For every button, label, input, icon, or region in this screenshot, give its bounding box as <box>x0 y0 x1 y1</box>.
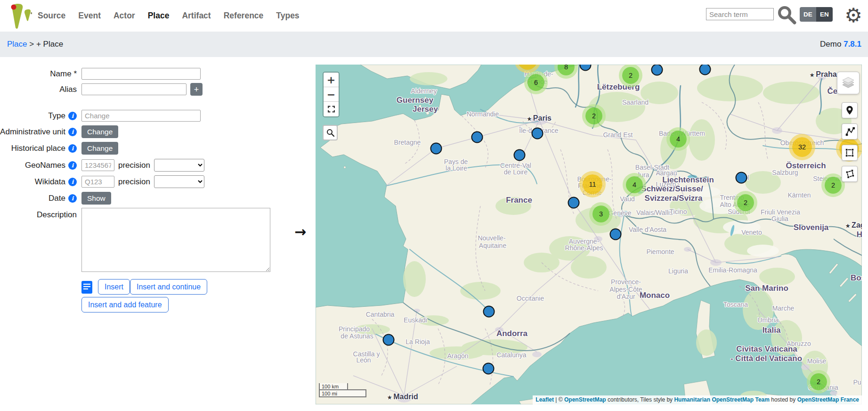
administrative-unit-change-button[interactable]: Change <box>81 125 118 138</box>
breadcrumb-place-link[interactable]: Place <box>7 40 27 49</box>
scale-mi: 100 mi <box>319 389 366 397</box>
type-info-icon[interactable]: i <box>68 112 77 120</box>
date-row: Datei Show <box>6 192 111 205</box>
map-label: Guernsey <box>397 96 433 105</box>
map-marker[interactable] <box>568 197 580 209</box>
top-navbar: SourceEventActorPlaceArtifactReferenceTy… <box>0 0 868 32</box>
map-label: Kärnten <box>787 191 811 199</box>
type-input[interactable] <box>81 110 201 122</box>
map-label: Bos <box>851 273 862 283</box>
alias-label: Alias <box>59 85 77 94</box>
nav-item-reference[interactable]: Reference <box>224 11 264 21</box>
nav-item-actor[interactable]: Actor <box>114 11 135 21</box>
breadcrumb-separator: > <box>29 40 34 49</box>
map-label: Genève <box>608 209 631 217</box>
marker-cluster[interactable]: 2 <box>810 373 827 390</box>
map-marker[interactable] <box>483 363 495 375</box>
geonames-input[interactable] <box>81 159 114 171</box>
marker-cluster[interactable]: 2 <box>825 177 842 194</box>
nav-item-event[interactable]: Event <box>78 11 101 21</box>
map-label: Umbria <box>757 316 779 324</box>
wikidata-label: Wikidata <box>35 177 65 187</box>
map-label: Salzburg <box>772 169 798 176</box>
zoom-control: + − <box>323 72 340 117</box>
zoom-in-button[interactable]: + <box>324 73 339 87</box>
name-row: Name * <box>6 67 201 80</box>
historical-place-change-button[interactable]: Change <box>81 142 118 155</box>
map-marker[interactable] <box>483 306 495 318</box>
gear-icon[interactable]: ⚙ <box>844 2 862 29</box>
map-marker[interactable] <box>736 172 747 184</box>
add-alias-button[interactable]: + <box>190 83 203 96</box>
draw-rectangle-button[interactable] <box>842 145 858 161</box>
map-search-button[interactable] <box>323 125 338 140</box>
nav-item-source[interactable]: Source <box>38 11 65 21</box>
wikidata-row: Wikidatai precision <box>6 175 204 188</box>
nav-item-artifact[interactable]: Artifact <box>182 11 211 21</box>
geonames-precision-select[interactable] <box>154 159 204 172</box>
date-show-button[interactable]: Show <box>81 192 111 205</box>
map-label: Valais/Wallis <box>636 209 673 216</box>
attribution-link[interactable]: OpenStreetMap <box>564 396 606 403</box>
marker-cluster[interactable]: 32 <box>792 137 812 157</box>
map-label: Toscana <box>723 301 748 308</box>
attribution-link[interactable]: Humanitarian OpenStreetMap Team <box>674 396 770 403</box>
search-icon[interactable] <box>777 5 797 25</box>
map-label: Emilia-Romagna <box>708 266 757 274</box>
description-textarea[interactable] <box>81 208 270 272</box>
administrative-unit-info-icon[interactable]: i <box>68 128 77 136</box>
leaflet-map[interactable]: GuernseyJerseyLëtzebuergFranceÖsterreich… <box>316 65 862 404</box>
scale-control: 100 km 100 mi <box>319 383 366 397</box>
date-info-icon[interactable]: i <box>68 194 77 203</box>
marker-cluster[interactable]: 6 <box>527 74 544 91</box>
wikidata-info-icon[interactable]: i <box>68 178 77 186</box>
collapse-form-arrow-icon[interactable]: → <box>294 223 306 240</box>
insert-button[interactable]: Insert <box>98 279 130 295</box>
attribution-text: hosted by <box>770 396 797 403</box>
map-marker[interactable] <box>383 334 395 346</box>
map-label: Valle d'Aosta <box>629 226 666 233</box>
map-label: Giulia <box>771 215 788 222</box>
version-link[interactable]: 7.8.1 <box>844 40 861 49</box>
layers-button[interactable] <box>837 72 860 94</box>
wikidata-input[interactable] <box>81 176 114 188</box>
lang-button-en[interactable]: EN <box>816 7 833 22</box>
nav-item-types[interactable]: Types <box>276 11 299 21</box>
map-label: Bretagne <box>394 139 421 146</box>
marker-cluster[interactable]: 2 <box>585 107 602 124</box>
alias-input[interactable] <box>81 83 187 95</box>
openatlas-logo-icon[interactable] <box>9 2 32 30</box>
draw-polygon-button[interactable] <box>842 166 858 182</box>
map-marker[interactable] <box>430 143 442 155</box>
search-input[interactable] <box>706 8 774 20</box>
marker-cluster[interactable]: 4 <box>670 131 687 148</box>
insert-and-add-feature-button[interactable]: Insert and add feature <box>81 297 169 312</box>
map-label: Catalunya <box>496 351 526 359</box>
marker-cluster[interactable]: 2 <box>737 194 754 211</box>
manual-book-icon[interactable] <box>81 281 92 294</box>
marker-cluster[interactable]: 2 <box>622 67 639 84</box>
lang-button-de[interactable]: DE <box>800 7 816 22</box>
nav-item-place[interactable]: Place <box>148 11 170 21</box>
map-marker[interactable] <box>514 149 526 161</box>
historical-place-info-icon[interactable]: i <box>68 144 77 153</box>
marker-cluster[interactable]: 11 <box>583 174 602 194</box>
attribution-link[interactable]: Leaflet <box>535 396 554 403</box>
map-marker[interactable] <box>532 128 544 140</box>
fullscreen-button[interactable] <box>324 102 339 116</box>
draw-polyline-button[interactable] <box>842 123 858 140</box>
zoom-out-button[interactable]: − <box>324 87 339 102</box>
insert-and-continue-button[interactable]: Insert and continue <box>130 279 207 295</box>
marker-cluster[interactable]: 4 <box>626 176 643 193</box>
map-marker[interactable] <box>610 229 622 240</box>
draw-marker-button[interactable] <box>842 102 858 118</box>
geonames-info-icon[interactable]: i <box>68 161 77 170</box>
wikidata-precision-select[interactable] <box>154 175 204 188</box>
attribution-link[interactable]: OpenStreetMap France <box>797 396 859 403</box>
breadcrumb: Place > + Place <box>7 40 63 49</box>
map-label: ★Praha <box>810 70 836 79</box>
map-marker[interactable] <box>471 132 483 143</box>
name-input[interactable] <box>81 68 201 80</box>
map-label: Piemonte <box>646 248 674 255</box>
marker-cluster[interactable]: 3 <box>592 206 609 222</box>
